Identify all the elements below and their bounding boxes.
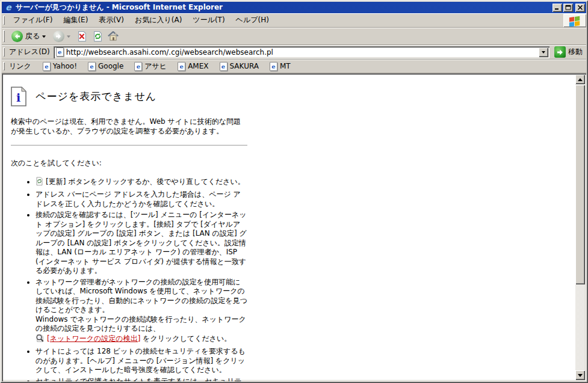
browser-window: e サーバーが見つかりません - Microsoft Internet Expl… xyxy=(0,0,588,383)
address-input[interactable] xyxy=(66,48,539,57)
links-label: リンク xyxy=(9,61,31,72)
tip-text: サイトによっては 128 ビットの接続セキュリティを要求するものがあります。[ヘ… xyxy=(36,347,246,374)
minimize-icon xyxy=(554,5,560,10)
tip-security-128: サイトによっては 128 ビットの接続セキュリティを要求するものがあります。[ヘ… xyxy=(36,347,247,375)
scroll-down-icon xyxy=(578,374,583,379)
go-button[interactable]: 移動 xyxy=(549,46,586,58)
link-label: Yahoo! xyxy=(53,62,77,70)
tip-text: セキュリティで保護されたサイトを表示するには、セキュリティの設定でそのサポートが… xyxy=(36,377,241,382)
standard-toolbar: 戻る xyxy=(2,28,586,45)
scrollbar-thumb[interactable] xyxy=(575,85,585,284)
link-ie-icon: e xyxy=(220,62,227,71)
close-button[interactable] xyxy=(575,4,585,12)
go-label: 移動 xyxy=(568,47,583,57)
network-detect-link[interactable]: [ネットワークの設定の検出] xyxy=(47,334,140,343)
address-bar-grip[interactable] xyxy=(3,47,5,57)
tip-text: をクリックしてください。 xyxy=(140,334,231,343)
link-ie-icon: e xyxy=(270,62,277,71)
error-document: i ページを表示できません 検索中のページは現在、利用できません。Web サイト… xyxy=(11,87,247,381)
scroll-up-button[interactable] xyxy=(575,75,585,84)
link-label: AMEX xyxy=(188,62,208,70)
title-bar: e サーバーが見つかりません - Microsoft Internet Expl… xyxy=(2,2,586,13)
svg-text:i: i xyxy=(16,91,20,104)
refresh-button[interactable] xyxy=(92,31,103,41)
refresh-icon xyxy=(93,31,103,41)
page-ie-icon: e xyxy=(56,47,64,57)
links-bar: リンク e Yahoo! e Google e アサヒ e AMEX e SAK… xyxy=(2,60,586,73)
address-label: アドレス(D) xyxy=(9,47,50,57)
scroll-down-button[interactable] xyxy=(575,370,585,380)
menu-edit[interactable]: 編集(E) xyxy=(58,14,93,26)
back-label: 戻る xyxy=(25,31,40,41)
address-dropdown-button[interactable] xyxy=(539,47,548,57)
address-combobox[interactable]: e xyxy=(54,46,549,58)
link-label: Google xyxy=(98,62,123,70)
tip-text: ネットワーク管理者がネットワークの接続の設定を使用可能にしていれば、Micros… xyxy=(36,278,247,314)
throbber-pane xyxy=(563,14,586,27)
close-icon xyxy=(577,5,583,10)
forward-button[interactable] xyxy=(49,29,74,44)
error-intro: 検索中のページは現在、利用できません。Web サイトに技術的な問題が発生している… xyxy=(11,117,247,136)
maximize-button[interactable] xyxy=(563,4,573,12)
link-ie-icon: e xyxy=(88,62,96,71)
tip-secure-site: セキュリティで保護されたサイトを表示するには、セキュリティの設定でそのサポートが… xyxy=(36,377,247,382)
menu-help[interactable]: ヘルプ(H) xyxy=(231,14,274,26)
page-content: i ページを表示できません 検索中のページは現在、利用できません。Web サイト… xyxy=(2,73,586,381)
tip-connection-settings: 接続の設定を確認するには、[ツール] メニューの [インターネット オプション]… xyxy=(36,210,247,276)
maximize-icon xyxy=(565,5,571,10)
tip-text: 接続の設定を確認するには、[ツール] メニューの [インターネット オプション]… xyxy=(36,210,247,275)
home-button[interactable] xyxy=(108,31,119,41)
window-title: サーバーが見つかりません - Microsoft Internet Explor… xyxy=(16,2,552,13)
minimize-button[interactable] xyxy=(552,4,562,12)
try-heading: 次のことを試してください: xyxy=(11,159,247,168)
link-ie-icon: e xyxy=(43,62,51,71)
link-label: SAKURA xyxy=(230,62,259,70)
scroll-up-icon xyxy=(578,76,583,81)
windows-logo-icon xyxy=(568,14,582,26)
refresh-page-icon xyxy=(36,177,43,189)
link-label: MT xyxy=(280,62,291,70)
info-page-icon: i xyxy=(11,87,26,106)
tips-list: [更新] ボタンをクリックするか、後でやり直してください。 アドレス バーにペー… xyxy=(11,177,247,382)
error-heading: ページを表示できません xyxy=(36,92,156,102)
link-mt[interactable]: e MT xyxy=(264,61,296,72)
address-bar: アドレス(D) e 移動 xyxy=(2,45,586,60)
tip-refresh: [更新] ボタンをクリックするか、後でやり直してください。 xyxy=(36,177,247,189)
back-icon xyxy=(11,31,23,42)
tip-network-detect: ネットワーク管理者がネットワークの接続の設定を使用可能にしていれば、Micros… xyxy=(36,278,247,346)
link-ie-icon: e xyxy=(134,62,142,71)
vertical-scrollbar[interactable] xyxy=(575,75,585,380)
link-yahoo[interactable]: e Yahoo! xyxy=(37,61,82,72)
go-arrow-icon xyxy=(554,46,566,58)
link-google[interactable]: e Google xyxy=(82,61,129,72)
ie-logo-icon: e xyxy=(4,3,13,13)
address-dropdown-icon xyxy=(542,51,545,55)
menu-bar-grip[interactable] xyxy=(3,16,5,25)
stop-button[interactable] xyxy=(76,31,87,41)
tip-text: [更新] ボタンをクリックするか、後でやり直してください。 xyxy=(46,177,245,186)
menu-favorites[interactable]: お気に入り(A) xyxy=(129,14,187,26)
link-asahi[interactable]: e アサヒ xyxy=(129,61,172,72)
link-sakura[interactable]: e SAKURA xyxy=(214,61,264,72)
tip-address: アドレス バーにページ アドレスを入力した場合は、ページ アドレスを正しく入力し… xyxy=(36,190,247,209)
home-icon xyxy=(108,31,119,41)
toolbar-grip[interactable] xyxy=(3,30,5,42)
stop-icon xyxy=(77,31,87,41)
link-ie-icon: e xyxy=(178,62,185,71)
forward-dropdown-icon[interactable] xyxy=(67,35,70,40)
back-dropdown-icon[interactable] xyxy=(42,35,46,40)
menu-view[interactable]: 表示(V) xyxy=(93,14,129,26)
links-bar-grip[interactable] xyxy=(3,62,5,70)
tip-text: Windows でネットワークの接続試験を行ったり、ネットワークの接続の設定を見… xyxy=(36,315,246,333)
magnifier-page-icon xyxy=(36,334,45,346)
tip-text: アドレス バーにページ アドレスを入力した場合は、ページ アドレスを正しく入力し… xyxy=(36,190,241,208)
back-button[interactable]: 戻る xyxy=(8,29,49,44)
link-label: アサヒ xyxy=(144,61,167,72)
divider xyxy=(11,145,247,146)
forward-icon xyxy=(53,31,64,42)
menu-file[interactable]: ファイル(F) xyxy=(8,14,58,26)
menu-bar: ファイル(F) 編集(E) 表示(V) お気に入り(A) ツール(T) ヘルプ(… xyxy=(2,13,586,28)
menu-tools[interactable]: ツール(T) xyxy=(187,14,230,26)
link-amex[interactable]: e AMEX xyxy=(172,61,214,72)
